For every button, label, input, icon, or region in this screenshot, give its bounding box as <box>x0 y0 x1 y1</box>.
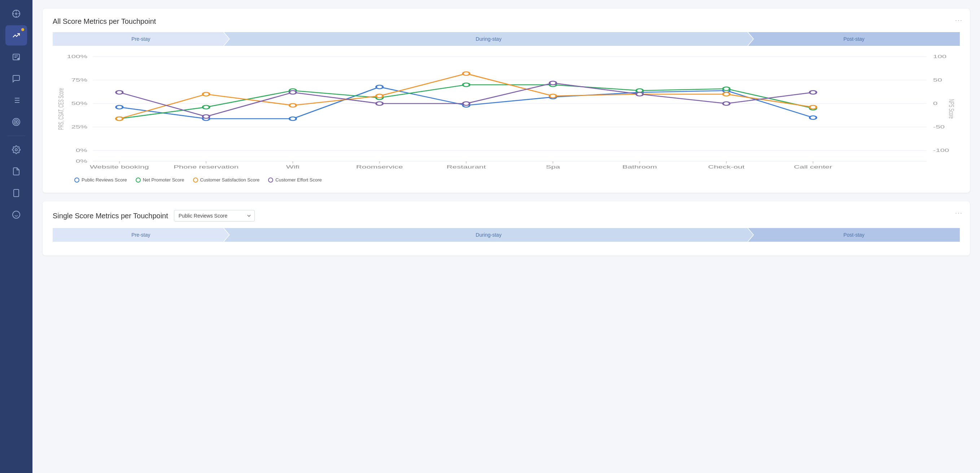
sidebar-divider <box>7 135 25 136</box>
svg-text:Phone reservation: Phone reservation <box>173 164 239 169</box>
sidebar-item-mobile[interactable] <box>5 183 27 203</box>
all-score-menu[interactable]: ... <box>955 15 963 23</box>
svg-text:Website booking: Website booking <box>90 164 149 169</box>
phase-during: During-stay <box>224 32 753 46</box>
svg-text:PRS, CSAT, CES Score: PRS, CSAT, CES Score <box>57 88 65 130</box>
sidebar-item-doc[interactable] <box>5 161 27 182</box>
sidebar-item-compass[interactable] <box>5 3 27 24</box>
all-score-title: All Score Metrics per Touchpoint <box>52 18 960 25</box>
svg-text:50: 50 <box>933 78 942 82</box>
svg-point-72 <box>203 115 209 118</box>
chart-legend: Public Reviews Score Net Promoter Score … <box>52 177 960 183</box>
svg-point-70 <box>810 105 816 109</box>
sidebar-item-target[interactable] <box>5 112 27 132</box>
phase-pre-single: Pre-stay <box>52 228 229 242</box>
svg-text:0: 0 <box>933 101 937 106</box>
svg-point-67 <box>549 94 556 98</box>
svg-text:Roomservice: Roomservice <box>356 164 403 169</box>
sidebar-item-list[interactable] <box>5 90 27 110</box>
single-score-title: Single Score Metrics per Touchpoint <box>52 212 168 220</box>
sidebar <box>0 0 32 473</box>
sidebar-item-face[interactable] <box>5 205 27 225</box>
svg-point-62 <box>116 117 123 121</box>
sidebar-item-analytics[interactable] <box>5 25 27 45</box>
legend-dot-nps <box>136 177 141 183</box>
svg-point-71 <box>116 91 123 94</box>
svg-point-75 <box>463 102 469 105</box>
svg-text:Call center: Call center <box>794 164 832 169</box>
svg-point-66 <box>463 72 469 75</box>
phase-bar-all: Pre-stay During-stay Post-stay <box>52 32 960 46</box>
svg-point-44 <box>116 105 123 109</box>
svg-text:-50: -50 <box>933 124 945 129</box>
svg-text:100: 100 <box>933 54 947 59</box>
svg-point-57 <box>463 83 469 87</box>
phase-during-single: During-stay <box>224 228 753 242</box>
svg-point-1 <box>16 13 17 14</box>
svg-point-19 <box>15 149 18 151</box>
single-score-header: Single Score Metrics per Touchpoint Publ… <box>52 210 960 221</box>
sidebar-item-settings[interactable] <box>5 140 27 160</box>
svg-point-54 <box>203 105 209 109</box>
svg-point-78 <box>723 102 730 105</box>
svg-point-76 <box>549 81 556 85</box>
svg-point-69 <box>723 92 730 96</box>
svg-text:100%: 100% <box>67 54 88 59</box>
svg-point-73 <box>290 91 296 94</box>
phase-pre: Pre-stay <box>52 32 229 46</box>
svg-text:Restaurant: Restaurant <box>447 164 486 169</box>
phase-post-single: Post-stay <box>748 228 960 242</box>
main-content: All Score Metrics per Touchpoint ... Pre… <box>32 0 980 473</box>
legend-ces: Customer Effort Score <box>268 177 321 183</box>
chart-svg: 100% 75% 50% 25% 0% 0% 100 50 0 -50 -100… <box>52 49 960 172</box>
svg-point-9 <box>18 58 19 60</box>
score-type-dropdown[interactable]: Public Reviews Score Net Promoter Score … <box>174 210 255 221</box>
svg-point-79 <box>810 91 816 94</box>
svg-point-74 <box>376 102 383 105</box>
svg-point-59 <box>636 89 643 92</box>
single-score-card: ... Single Score Metrics per Touchpoint … <box>43 201 970 255</box>
svg-text:50%: 50% <box>72 101 88 106</box>
all-score-chart: 100% 75% 50% 25% 0% 0% 100 50 0 -50 -100… <box>52 49 960 172</box>
svg-text:75%: 75% <box>72 78 88 82</box>
svg-point-63 <box>203 92 209 96</box>
phase-bar-single: Pre-stay During-stay Post-stay <box>52 228 960 242</box>
single-score-menu[interactable]: ... <box>955 208 963 215</box>
legend-dot-ces <box>268 177 273 183</box>
svg-point-77 <box>636 92 643 96</box>
svg-text:Spa: Spa <box>546 164 560 169</box>
svg-point-46 <box>290 117 296 121</box>
svg-point-17 <box>14 120 18 124</box>
sidebar-item-profile[interactable] <box>5 47 27 67</box>
svg-point-22 <box>13 211 20 218</box>
svg-point-64 <box>290 104 296 107</box>
svg-point-47 <box>376 85 383 89</box>
svg-point-60 <box>723 87 730 91</box>
svg-text:25%: 25% <box>72 124 88 129</box>
svg-text:0%: 0% <box>76 148 88 153</box>
legend-dot-prs <box>74 177 80 183</box>
legend-prs: Public Reviews Score <box>74 177 127 183</box>
svg-point-65 <box>376 94 383 98</box>
svg-text:Check-out: Check-out <box>708 164 745 169</box>
svg-text:Wifi: Wifi <box>286 164 299 169</box>
legend-nps: Net Promoter Score <box>136 177 185 183</box>
svg-text:0%: 0% <box>76 159 88 164</box>
all-score-card: All Score Metrics per Touchpoint ... Pre… <box>43 9 970 193</box>
svg-text:Bathroom: Bathroom <box>622 164 657 169</box>
svg-point-52 <box>810 116 816 119</box>
legend-csat: Customer Satisfaction Score <box>193 177 260 183</box>
svg-point-18 <box>16 121 17 123</box>
svg-text:NPS Score: NPS Score <box>948 99 956 119</box>
svg-text:-100: -100 <box>933 148 949 153</box>
legend-dot-csat <box>193 177 198 183</box>
phase-post: Post-stay <box>748 32 960 46</box>
sidebar-item-chat[interactable] <box>5 68 27 89</box>
